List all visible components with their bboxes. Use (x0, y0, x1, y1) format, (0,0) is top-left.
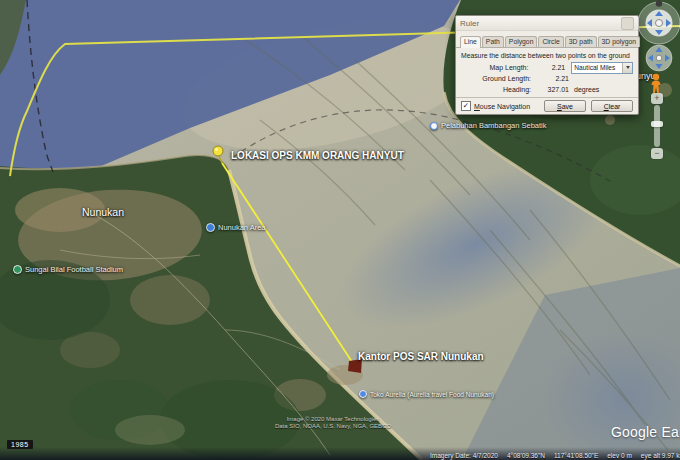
tab-line[interactable]: Line (460, 36, 481, 48)
latitude-readout: 4°08'09.36"N (507, 452, 545, 459)
ruler-title-bar[interactable]: Ruler (456, 16, 638, 31)
google-earth-logo: Google Earth (611, 424, 680, 440)
heading-row: Heading: 327.01 degrees (461, 84, 633, 95)
ground-length-label: Ground Length: (461, 75, 531, 82)
elevation-readout: elev 0 m (607, 452, 632, 459)
ruler-body: Measure the distance between two points … (456, 47, 638, 95)
ruler-description: Measure the distance between two points … (461, 52, 633, 59)
north-indicator-icon (656, 0, 662, 6)
checkbox-check-icon[interactable]: ✓ (461, 101, 471, 111)
copyright-line2: Data SIO, NOAA, U.S. Navy, NGA, GEBCO (228, 423, 438, 430)
stadium-poi-icon (13, 265, 22, 274)
move-joystick[interactable] (644, 43, 674, 73)
close-icon[interactable] (621, 17, 634, 30)
mouse-navigation-label: Mouse Navigation (474, 103, 530, 110)
heading-value: 327.01 (537, 86, 569, 93)
tab-polygon[interactable]: Polygon (505, 36, 538, 47)
map-label-pelabuhan[interactable]: Pelabuhan Bambangan Sebatik (430, 121, 547, 130)
unit-dropdown[interactable]: Nautical Miles (571, 62, 633, 74)
imagery-copyright: Image © 2020 Maxar Technologies Data SIO… (228, 416, 438, 429)
place-poi-icon (206, 223, 215, 232)
mouse-navigation-checkbox[interactable]: ✓ Mouse Navigation (461, 101, 539, 111)
google-earth-window: LOKASI OPS KMM ORANG HANYUT Kantor POS S… (0, 0, 680, 460)
look-joystick[interactable] (636, 0, 680, 46)
map-length-row: Map Length: 2.21 Nautical Miles (461, 62, 633, 73)
zoom-in-button[interactable]: + (651, 93, 663, 104)
ground-length-value: 2.21 (537, 75, 569, 82)
map-label-stadium[interactable]: Sungai Bilal Football Stadium (13, 265, 123, 274)
port-poi-icon (430, 122, 438, 130)
map-length-value: 2.21 (534, 64, 565, 71)
map-label-toko-aurelia[interactable]: Toko Aurelia (Aurelia travel Food Nunuka… (359, 390, 494, 398)
ground-length-row: Ground Length: 2.21 (461, 73, 633, 84)
map-label-lokasi-ops[interactable]: LOKASI OPS KMM ORANG HANYUT (231, 150, 404, 161)
pegman-icon[interactable] (648, 73, 664, 94)
heading-unit: degrees (574, 86, 599, 93)
map-length-label: Map Length: (461, 64, 528, 71)
longitude-readout: 117°41'08.50"E (554, 452, 598, 459)
tab-circle[interactable]: Circle (538, 36, 563, 47)
status-bar: Imagery Date: 4/7/2020 4°08'09.36"N 117°… (0, 447, 680, 460)
map-label-nunukan-area[interactable]: Nunukan Area (206, 223, 266, 232)
tab-path[interactable]: Path (482, 36, 504, 47)
clear-button[interactable]: Clear (591, 100, 633, 112)
eye-altitude-readout: eye alt 9.97 km (641, 452, 680, 459)
tab-3d-path[interactable]: 3D path (565, 36, 597, 47)
ruler-dialog-title: Ruler (460, 19, 621, 28)
heading-label: Heading: (461, 86, 531, 93)
map-label-nunukan[interactable]: Nunukan (82, 206, 124, 218)
zoom-out-button[interactable]: − (651, 148, 663, 159)
chevron-down-icon[interactable] (622, 63, 632, 73)
zoom-track[interactable] (654, 105, 660, 147)
zoom-slider[interactable]: + − (651, 93, 663, 159)
shop-poi-icon (359, 390, 367, 398)
map-label-kantor-pos[interactable]: Kantor POS SAR Nunukan (358, 351, 484, 362)
ruler-dialog: Ruler Line Path Polygon Circle 3D path 3… (455, 15, 639, 115)
tab-3d-polygon[interactable]: 3D polygon (598, 36, 640, 47)
ruler-tabs: Line Path Polygon Circle 3D path 3D poly… (456, 31, 638, 47)
zoom-slider-handle[interactable] (651, 121, 663, 127)
save-button[interactable]: Save (544, 100, 586, 112)
imagery-date: Imagery Date: 4/7/2020 (430, 452, 498, 459)
ruler-footer: ✓ Mouse Navigation Save Clear (456, 97, 638, 114)
